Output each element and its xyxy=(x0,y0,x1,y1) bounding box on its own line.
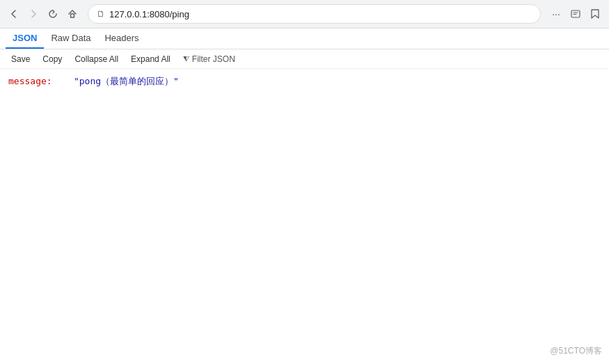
reload-button[interactable] xyxy=(45,6,61,22)
json-toolbar: Save Copy Collapse All Expand All ⧨ Filt… xyxy=(0,49,609,69)
collapse-all-button[interactable]: Collapse All xyxy=(69,53,124,65)
tab-raw-data[interactable]: Raw Data xyxy=(44,29,97,49)
tab-headers[interactable]: Headers xyxy=(97,29,145,49)
home-button[interactable] xyxy=(64,6,81,22)
more-dots-icon: ··· xyxy=(552,8,560,19)
toolbar-right: ··· xyxy=(548,6,603,22)
filter-label: Filter JSON xyxy=(192,54,235,64)
reader-mode-button[interactable] xyxy=(567,6,584,22)
browser-chrome: 🗋 127.0.0.1:8080/ping ··· xyxy=(0,0,609,29)
watermark: @51CTO博客 xyxy=(550,345,602,357)
back-button[interactable] xyxy=(6,6,22,22)
address-bar[interactable]: 🗋 127.0.0.1:8080/ping xyxy=(88,4,541,24)
forward-button[interactable] xyxy=(25,6,42,22)
bookmark-button[interactable] xyxy=(587,6,603,22)
copy-button[interactable]: Copy xyxy=(37,53,68,65)
tab-json[interactable]: JSON xyxy=(6,29,44,49)
expand-all-button[interactable]: Expand All xyxy=(125,53,176,65)
save-button[interactable]: Save xyxy=(6,53,35,65)
json-content: message: "pong（最简单的回应）" xyxy=(0,69,609,95)
json-key: message: xyxy=(8,76,52,86)
url-text: 127.0.0.1:8080/ping xyxy=(109,9,532,19)
json-value: "pong（最简单的回应）" xyxy=(74,76,179,86)
filter-json-button[interactable]: ⧨ Filter JSON xyxy=(177,53,241,65)
more-options-button[interactable]: ··· xyxy=(548,6,564,22)
browser-toolbar: 🗋 127.0.0.1:8080/ping ··· xyxy=(0,0,609,28)
svg-rect-0 xyxy=(71,14,74,17)
filter-icon: ⧨ xyxy=(183,54,189,63)
page-icon: 🗋 xyxy=(97,9,105,19)
tab-bar: JSON Raw Data Headers xyxy=(0,29,609,49)
